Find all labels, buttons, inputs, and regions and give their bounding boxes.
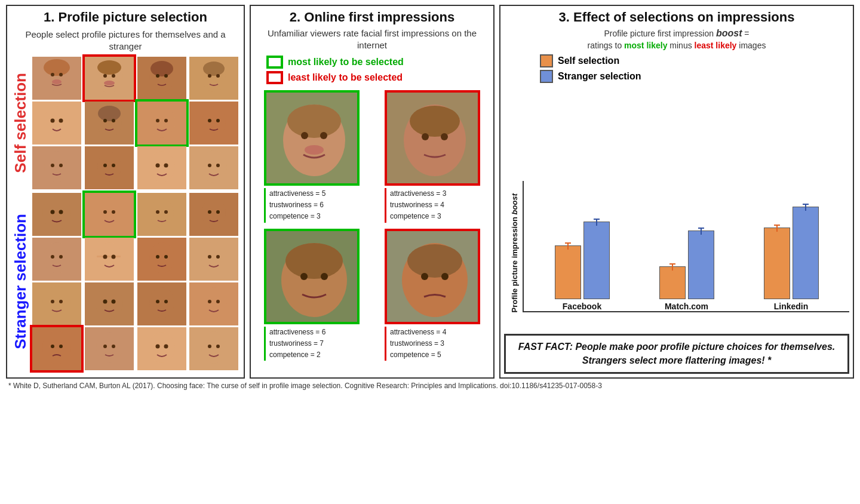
col2-online-impressions: 2. Online first impressions Unfamiliar v…: [250, 5, 494, 379]
svg-point-73: [111, 300, 115, 304]
svg-point-42: [216, 164, 220, 167]
svg-point-30: [216, 119, 220, 122]
svg-point-82: [59, 345, 63, 348]
legend-red-text: least likely to be selected: [288, 72, 403, 83]
legend-row: most likely to be selected least likely …: [254, 56, 490, 84]
footer-citation: * White D, Sutherland CAM, Burton AL (20…: [6, 382, 854, 390]
svg-point-107: [321, 273, 328, 280]
svg-point-33: [59, 164, 63, 167]
svg-point-38: [155, 164, 159, 168]
stranger-selection-label: Stranger selection: [11, 214, 30, 349]
svg-point-26: [156, 119, 159, 122]
green-face-1: [264, 90, 360, 186]
matchcom-self-error-cap-top: [669, 263, 675, 265]
photo-cell-highlight-green: [137, 102, 186, 145]
svg-point-22: [98, 106, 121, 121]
svg-point-69: [51, 300, 54, 303]
svg-point-100: [410, 106, 460, 137]
photo-cell: [85, 102, 134, 145]
self-photo-grid-wrap: [32, 57, 240, 189]
svg-point-74: [149, 287, 174, 318]
svg-point-18: [44, 106, 70, 137]
photo-cell: [85, 327, 134, 370]
photo-cell: [32, 102, 81, 145]
svg-point-13: [164, 74, 168, 78]
svg-point-17: [216, 74, 220, 78]
svg-point-84: [103, 345, 107, 348]
self-selection-section: Self selection: [11, 57, 240, 189]
ratings-green-2: attractiveness = 6trustworiness = 7compe…: [264, 327, 360, 361]
svg-point-47: [103, 210, 107, 214]
svg-point-57: [59, 255, 63, 259]
fast-fact-box: FAST FACT: People make poor profile pict…: [504, 334, 849, 374]
photo-cell: [32, 193, 81, 236]
svg-point-3: [59, 73, 63, 76]
svg-point-8: [112, 74, 115, 78]
photo-cell: [32, 146, 81, 189]
svg-point-101: [422, 133, 429, 140]
main-container: 1. Profile picture selection People sele…: [0, 0, 860, 392]
self-selection-label: Self selection: [11, 73, 30, 173]
svg-point-89: [201, 331, 226, 364]
comparison-item-red-1: attractiveness = 3trustworiness = 4compe…: [375, 90, 490, 223]
svg-point-95: [301, 132, 308, 139]
svg-point-50: [156, 210, 159, 214]
ratings-red-2: attractiveness = 4trustworiness = 3compe…: [385, 327, 480, 361]
photo-cell: [189, 57, 238, 100]
col2-subtitle: Unfamiliar viewers rate facial first imp…: [254, 27, 490, 51]
svg-point-106: [300, 273, 308, 280]
comparison-item-green-2: attractiveness = 6trustworiness = 7compe…: [254, 229, 369, 361]
svg-point-6: [97, 60, 121, 75]
svg-point-71: [96, 287, 123, 319]
svg-point-24: [112, 119, 115, 122]
col3-title: 3. Effect of selections on impressions: [504, 10, 849, 25]
photo-cell: [137, 282, 186, 325]
svg-point-9: [104, 81, 115, 85]
comparison-item-red-2: attractiveness = 4trustworiness = 3compe…: [375, 229, 490, 361]
legend3: Self selection Stranger selection: [540, 54, 849, 83]
legend3-stranger-label: Stranger selection: [558, 71, 641, 82]
svg-point-2: [51, 73, 54, 76]
svg-point-48: [112, 210, 115, 214]
facebook-stranger-error-cap-top: [594, 219, 600, 220]
svg-point-62: [149, 242, 174, 273]
photo-cell: [189, 146, 238, 189]
svg-point-54: [216, 210, 220, 214]
svg-point-32: [51, 164, 54, 167]
photo-cell: [85, 282, 134, 325]
col1-title: 1. Profile picture selection: [11, 10, 240, 25]
svg-point-70: [59, 300, 63, 303]
red-box-icon: [266, 71, 283, 84]
svg-point-102: [441, 133, 448, 140]
facebook-stranger-bar: [583, 222, 610, 299]
svg-point-63: [156, 255, 159, 259]
svg-point-55: [44, 242, 70, 273]
photo-cell: [32, 238, 81, 281]
linkedin-self-bar: [764, 228, 790, 299]
svg-point-44: [51, 210, 55, 214]
svg-point-60: [103, 255, 107, 259]
red-face-1: [385, 90, 480, 186]
legend-red-item: least likely to be selected: [266, 71, 490, 84]
svg-point-31: [44, 151, 69, 182]
three-columns: 1. Profile picture selection People sele…: [6, 5, 854, 379]
blue-swatch-icon: [540, 70, 553, 83]
stranger-photo-grid-wrap: [32, 193, 240, 370]
photo-cell-highlight-red: [85, 57, 134, 100]
matchcom-stranger-error-cap-top: [698, 228, 704, 229]
svg-point-34: [97, 152, 121, 182]
bars-container: Facebook: [523, 181, 849, 312]
svg-point-20: [59, 119, 63, 123]
svg-point-16: [208, 74, 211, 78]
svg-point-81: [51, 345, 54, 348]
photo-cell: [85, 146, 134, 189]
svg-point-28: [202, 106, 226, 137]
self-photo-grid: [32, 57, 240, 189]
svg-point-1: [44, 59, 70, 76]
linkedin-stranger-error-cap-top: [803, 204, 809, 205]
stranger-selection-section: Stranger selection: [11, 193, 240, 370]
linkedin-self-error-cap-top: [774, 225, 780, 226]
svg-point-96: [320, 132, 327, 139]
svg-point-12: [156, 74, 159, 78]
svg-point-15: [203, 62, 225, 76]
